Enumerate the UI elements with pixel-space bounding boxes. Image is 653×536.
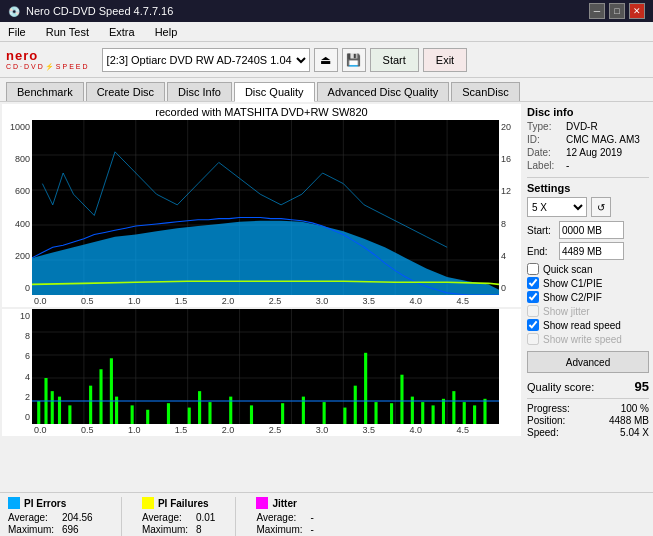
show-c1-pie-row: Show C1/PIE: [527, 277, 649, 289]
toolbar: nero CD·DVD⚡SPEED [2:3] Optiarc DVD RW A…: [0, 42, 653, 78]
title-bar-text: Nero CD-DVD Speed 4.7.7.16: [26, 5, 173, 17]
svg-rect-30: [89, 386, 92, 424]
show-c1-pie-label: Show C1/PIE: [543, 278, 602, 289]
show-c2-pif-checkbox[interactable]: [527, 291, 539, 303]
progress-value: 100 %: [621, 403, 649, 414]
nero-logo: nero CD·DVD⚡SPEED: [6, 48, 90, 71]
pi-failures-legend-box: [142, 497, 154, 509]
svg-rect-47: [364, 353, 367, 424]
settings-section: Settings 5 X ↺ Start: End: Quick scan: [527, 182, 649, 373]
end-label: End:: [527, 246, 555, 257]
stats-divider-1: [121, 497, 122, 536]
svg-rect-44: [323, 402, 326, 424]
quality-score-row: Quality score: 95: [527, 379, 649, 394]
chart-title: recorded with MATSHITA DVD+RW SW820: [2, 104, 521, 120]
start-button[interactable]: Start: [370, 48, 419, 72]
pi-errors-max-value: 696: [62, 524, 79, 535]
show-c2-pif-row: Show C2/PIF: [527, 291, 649, 303]
menu-extra[interactable]: Extra: [105, 24, 139, 40]
title-bar: 💿 Nero CD-DVD Speed 4.7.7.16 ─ □ ✕: [0, 0, 653, 22]
save-icon[interactable]: 💾: [342, 48, 366, 72]
advanced-button[interactable]: Advanced: [527, 351, 649, 373]
pi-failures-max-value: 8: [196, 524, 202, 535]
svg-rect-35: [146, 410, 149, 424]
end-row: End:: [527, 242, 649, 260]
speed-label: Speed:: [527, 427, 559, 438]
show-read-speed-row: Show read speed: [527, 319, 649, 331]
maximize-button[interactable]: □: [609, 3, 625, 19]
svg-rect-55: [452, 391, 455, 424]
settings-title: Settings: [527, 182, 649, 194]
tab-create-disc[interactable]: Create Disc: [86, 82, 165, 101]
disc-id-row: ID: CMC MAG. AM3: [527, 134, 649, 145]
exit-button[interactable]: Exit: [423, 48, 467, 72]
stats-bar: PI Errors Average: 204.56 Maximum: 696 T…: [0, 492, 653, 536]
tab-benchmark[interactable]: Benchmark: [6, 82, 84, 101]
menu-file[interactable]: File: [4, 24, 30, 40]
minimize-button[interactable]: ─: [589, 3, 605, 19]
quality-score-value: 95: [635, 379, 649, 394]
disc-info-title: Disc info: [527, 106, 649, 118]
end-input[interactable]: [559, 242, 624, 260]
svg-rect-46: [354, 386, 357, 424]
show-write-speed-checkbox: [527, 333, 539, 345]
show-write-speed-label: Show write speed: [543, 334, 622, 345]
stats-divider-2: [235, 497, 236, 536]
svg-rect-36: [167, 403, 170, 424]
tab-disc-quality[interactable]: Disc Quality: [234, 82, 315, 102]
lower-x-axis: 0.00.51.01.52.02.53.03.54.04.5: [2, 424, 521, 436]
disc-type-row: Type: DVD-R: [527, 121, 649, 132]
eject-icon[interactable]: ⏏: [314, 48, 338, 72]
menu-bar: File Run Test Extra Help: [0, 22, 653, 42]
svg-rect-49: [390, 403, 393, 424]
tab-disc-info[interactable]: Disc Info: [167, 82, 232, 101]
speed-select[interactable]: 5 X: [527, 197, 587, 217]
refresh-button[interactable]: ↺: [591, 197, 611, 217]
tab-scan-disc[interactable]: ScanDisc: [451, 82, 519, 101]
pi-errors-label: PI Errors: [24, 498, 66, 509]
svg-rect-39: [208, 402, 211, 424]
divider-1: [527, 177, 649, 178]
show-jitter-checkbox: [527, 305, 539, 317]
speed-row: Speed: 5.04 X: [527, 427, 649, 438]
svg-rect-25: [37, 401, 40, 424]
title-bar-controls: ─ □ ✕: [589, 3, 645, 19]
show-jitter-row: Show jitter: [527, 305, 649, 317]
jitter-label: Jitter: [272, 498, 296, 509]
upper-y-axis-left: 1000 800 600 400 200 0: [2, 120, 32, 295]
tab-advanced-disc-quality[interactable]: Advanced Disc Quality: [317, 82, 450, 101]
drive-select[interactable]: [2:3] Optiarc DVD RW AD-7240S 1.04: [102, 48, 310, 72]
disc-id-value: CMC MAG. AM3: [566, 134, 640, 145]
jitter-max-value: -: [310, 524, 313, 535]
menu-help[interactable]: Help: [151, 24, 182, 40]
pi-failures-avg-label: Average:: [142, 512, 192, 523]
start-label: Start:: [527, 225, 555, 236]
svg-rect-57: [473, 405, 476, 424]
jitter-avg-value: -: [310, 512, 313, 523]
main-content: recorded with MATSHITA DVD+RW SW820 1000…: [0, 102, 653, 492]
menu-run-test[interactable]: Run Test: [42, 24, 93, 40]
svg-rect-34: [131, 405, 134, 424]
jitter-legend-box: [256, 497, 268, 509]
svg-rect-29: [68, 405, 71, 424]
disc-date-row: Date: 12 Aug 2019: [527, 147, 649, 158]
show-c2-pif-label: Show C2/PIF: [543, 292, 602, 303]
quick-scan-checkbox[interactable]: [527, 263, 539, 275]
show-c1-pie-checkbox[interactable]: [527, 277, 539, 289]
tabs: Benchmark Create Disc Disc Info Disc Qua…: [0, 78, 653, 102]
pi-errors-avg-label: Average:: [8, 512, 58, 523]
close-button[interactable]: ✕: [629, 3, 645, 19]
lower-chart-svg: [32, 309, 499, 424]
svg-rect-27: [51, 391, 54, 424]
disc-type-value: DVD-R: [566, 121, 598, 132]
lower-y-axis-left: 10 8 6 4 2 0: [2, 309, 32, 424]
show-read-speed-checkbox[interactable]: [527, 319, 539, 331]
progress-label: Progress:: [527, 403, 570, 414]
svg-rect-52: [421, 402, 424, 424]
start-input[interactable]: [559, 221, 624, 239]
quick-scan-label: Quick scan: [543, 264, 592, 275]
show-write-speed-row: Show write speed: [527, 333, 649, 345]
app-icon: 💿: [8, 6, 20, 17]
right-panel: Disc info Type: DVD-R ID: CMC MAG. AM3 D…: [523, 102, 653, 492]
start-row: Start:: [527, 221, 649, 239]
